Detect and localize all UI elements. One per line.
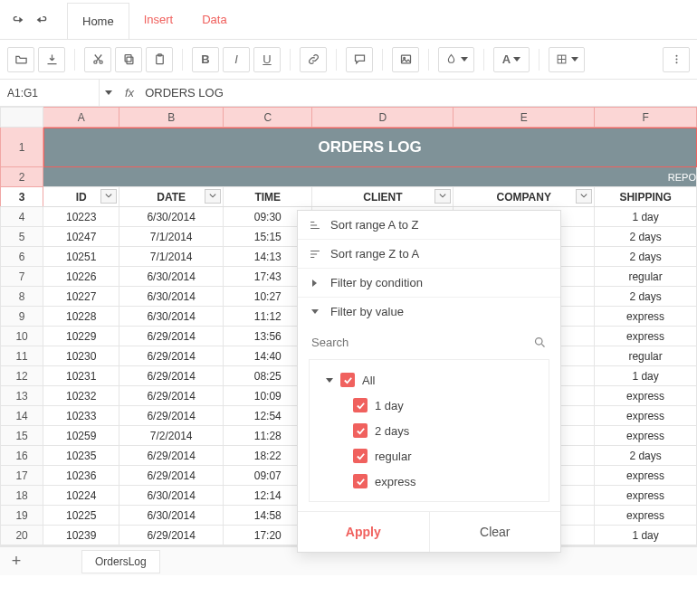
row-header-2[interactable]: 2 [1, 167, 43, 187]
filter-button-company[interactable] [576, 189, 592, 204]
formula-input[interactable]: ORDERS LOG [141, 86, 697, 100]
cell-id[interactable]: 10225 [43, 506, 119, 526]
cell-id[interactable]: 10259 [43, 426, 119, 446]
cell-date[interactable]: 6/29/2014 [119, 526, 224, 545]
checkbox[interactable] [353, 474, 368, 488]
cell-shipping[interactable]: 1 day [595, 526, 697, 545]
cell-id[interactable]: 10233 [43, 406, 119, 426]
checkbox-all[interactable] [340, 373, 355, 387]
cell-id[interactable]: 10247 [43, 227, 119, 247]
row-header[interactable]: 11 [1, 346, 43, 366]
header-company[interactable]: COMPANY [454, 187, 595, 207]
header-date[interactable]: DATE [119, 187, 224, 207]
row-header[interactable]: 14 [1, 406, 43, 426]
cell-id[interactable]: 10224 [43, 486, 119, 506]
tab-insert[interactable]: Insert [129, 2, 188, 38]
cell-date[interactable]: 6/30/2014 [119, 307, 224, 327]
header-shipping[interactable]: SHIPPING [595, 187, 697, 207]
fill-color-button[interactable] [438, 47, 474, 72]
filter-value-item[interactable]: regular [310, 443, 549, 469]
cell-id[interactable]: 10226 [43, 267, 119, 287]
cell-date[interactable]: 6/29/2014 [119, 366, 224, 386]
cell-reference-box[interactable]: A1:G1 [0, 80, 100, 106]
row-header[interactable]: 19 [1, 506, 43, 526]
filter-button-client[interactable] [434, 189, 451, 204]
cell-date[interactable]: 6/29/2014 [119, 466, 224, 486]
cell-shipping[interactable]: express [595, 466, 697, 486]
cell-shipping[interactable]: express [595, 386, 697, 406]
header-id[interactable]: ID [43, 187, 119, 207]
cell-id[interactable]: 10232 [43, 386, 119, 406]
cell-id[interactable]: 10239 [43, 526, 119, 545]
checkbox[interactable] [353, 398, 368, 412]
cell-id[interactable]: 10235 [43, 446, 119, 466]
cell-shipping[interactable]: express [595, 307, 697, 327]
cell-date[interactable]: 6/30/2014 [119, 486, 224, 506]
filter-search-input[interactable] [311, 336, 533, 349]
cell-id[interactable]: 10229 [43, 327, 119, 346]
cell-id[interactable]: 10251 [43, 247, 119, 267]
row-header[interactable]: 5 [1, 227, 43, 247]
filter-button-id[interactable] [100, 189, 117, 204]
filter-value-all[interactable]: All [310, 367, 549, 393]
cell-shipping[interactable]: 2 days [595, 247, 697, 267]
cell-shipping[interactable]: express [595, 406, 697, 426]
cell-date[interactable]: 7/1/2014 [119, 227, 224, 247]
redo-button[interactable] [31, 9, 53, 31]
sheet-tab[interactable]: OrdersLog [81, 550, 160, 573]
cell-shipping[interactable]: 2 days [595, 287, 697, 307]
name-box-dropdown[interactable] [100, 80, 118, 106]
header-client[interactable]: CLIENT [312, 187, 454, 207]
col-header-c[interactable]: C [224, 108, 312, 128]
cell-shipping[interactable]: express [595, 327, 697, 346]
filter-button-date[interactable] [205, 189, 221, 204]
row-header[interactable]: 8 [1, 287, 43, 307]
bold-button[interactable]: B [192, 47, 219, 72]
cut-button[interactable] [84, 47, 111, 72]
col-header-b[interactable]: B [119, 108, 224, 128]
borders-button[interactable] [549, 47, 585, 72]
row-header[interactable]: 9 [1, 307, 43, 327]
cell-shipping[interactable]: regular [595, 267, 697, 287]
cell-shipping[interactable]: 2 days [595, 227, 697, 247]
cell-date[interactable]: 6/29/2014 [119, 406, 224, 426]
cell-shipping[interactable]: regular [595, 346, 697, 366]
cell-shipping[interactable]: 2 days [595, 446, 697, 466]
cell-date[interactable]: 6/29/2014 [119, 346, 224, 366]
link-button[interactable] [300, 47, 327, 72]
add-sheet-button[interactable]: + [5, 551, 27, 573]
row-header[interactable]: 7 [1, 267, 43, 287]
col-header-f[interactable]: F [595, 108, 697, 128]
filter-by-value[interactable]: Filter by value [298, 298, 560, 326]
more-button[interactable] [663, 47, 690, 72]
tab-data[interactable]: Data [187, 2, 241, 38]
cell-date[interactable]: 6/30/2014 [119, 506, 224, 526]
cell-id[interactable]: 10223 [43, 207, 119, 227]
filter-value-item[interactable]: 1 day [310, 393, 549, 418]
row-header[interactable]: 18 [1, 486, 43, 506]
row-header[interactable]: 10 [1, 327, 43, 346]
cell-id[interactable]: 10236 [43, 466, 119, 486]
cell-date[interactable]: 6/29/2014 [119, 327, 224, 346]
cell-id[interactable]: 10231 [43, 366, 119, 386]
cell-date[interactable]: 7/2/2014 [119, 426, 224, 446]
row-header[interactable]: 17 [1, 466, 43, 486]
filter-search-box[interactable] [309, 331, 549, 354]
image-button[interactable] [392, 47, 419, 72]
col-header-d[interactable]: D [312, 108, 454, 128]
cell-shipping[interactable]: express [595, 506, 697, 526]
undo-button[interactable] [7, 9, 29, 31]
checkbox[interactable] [353, 423, 368, 438]
subtitle-cell[interactable]: REPO [43, 167, 697, 187]
header-time[interactable]: TIME [224, 187, 312, 207]
filter-by-condition[interactable]: Filter by condition [298, 269, 560, 298]
filter-value-item[interactable]: 2 days [310, 418, 549, 443]
cell-shipping[interactable]: 1 day [595, 207, 697, 227]
filter-value-item[interactable]: express [310, 469, 549, 494]
italic-button[interactable]: I [223, 47, 250, 72]
underline-button[interactable]: U [253, 47, 281, 72]
row-header[interactable]: 4 [1, 207, 43, 227]
cell-date[interactable]: 6/30/2014 [119, 267, 224, 287]
checkbox[interactable] [353, 449, 368, 463]
col-header-e[interactable]: E [454, 108, 595, 128]
